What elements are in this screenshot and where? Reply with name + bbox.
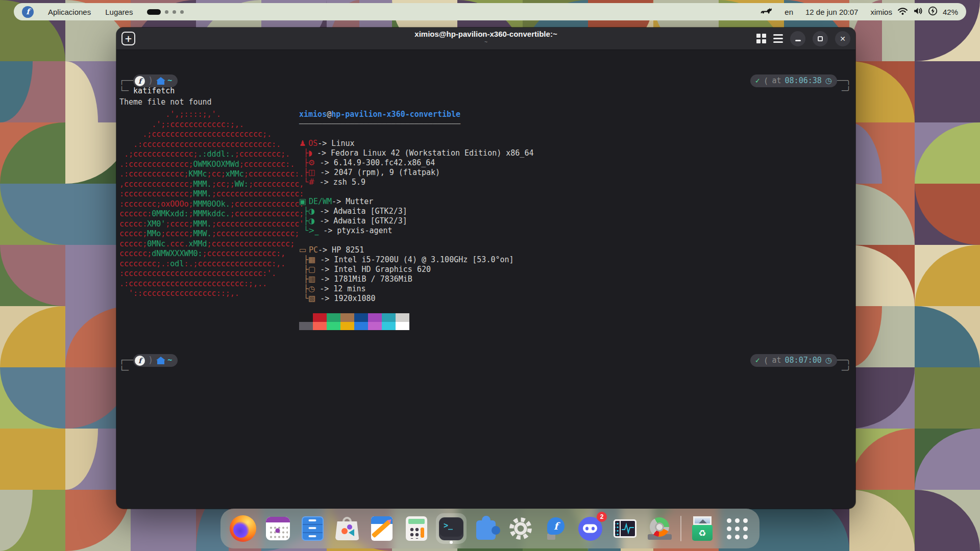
wallpaper-tile: [915, 61, 980, 122]
wallpaper-tile: [849, 61, 915, 122]
battery-percentage: 42%: [943, 8, 958, 16]
fetch-info-line: [299, 304, 533, 313]
palette-swatch: [396, 322, 409, 331]
ascii-art-line: .:ccccccccccccccccccccccccc:;,..: [119, 279, 304, 289]
dock-item-text-editor[interactable]: [366, 513, 397, 544]
palette-swatch: [368, 313, 382, 322]
cat-tray-icon[interactable]: [760, 7, 772, 17]
dock-item-extensions[interactable]: [471, 513, 501, 544]
prompt-input-line[interactable]: └─ ─╯: [119, 366, 851, 375]
terminal-content[interactable]: ┌── f ) ~ ✓ ( at 08:06:38 ◷ ──╮ └─: [116, 50, 855, 508]
ascii-art-line: ccccc:XM0';cccc;MMM.;cccccccccccccccccc': [119, 219, 304, 230]
palette-swatch: [368, 322, 382, 331]
wallpaper-tile: [0, 245, 65, 306]
fetch-info-line: [299, 129, 533, 139]
volume-icon: [913, 7, 923, 17]
fedora-logo-icon[interactable]: f: [22, 6, 34, 18]
applications-menu[interactable]: Aplicaciones: [48, 8, 91, 16]
text-editor-icon: [371, 516, 393, 541]
fedora-prompt-icon: f: [135, 356, 145, 366]
wallpaper-tile: [915, 245, 980, 306]
ascii-art-line: .',;::::;,'.: [119, 110, 304, 120]
minimize-button[interactable]: [790, 31, 805, 46]
palette-swatch: [354, 313, 368, 322]
software-icon: [335, 517, 359, 540]
firefox-icon: [230, 515, 256, 542]
dock-item-settings[interactable]: [505, 513, 536, 544]
workspace-dot[interactable]: [180, 10, 184, 14]
dock-item-media-writer[interactable]: f: [540, 513, 571, 544]
fetch-info-line: ├⚙ -> 6.14.9-300.fc42.x86_64: [299, 158, 533, 168]
close-button[interactable]: ✕: [835, 31, 850, 46]
home-icon: [157, 81, 164, 85]
fetch-info-line: └# -> zsh 5.9: [299, 178, 533, 187]
places-menu[interactable]: Lugares: [105, 8, 133, 16]
palette-swatch: [299, 313, 313, 322]
dock-item-firefox[interactable]: [228, 513, 258, 544]
username-label: ximios: [870, 8, 892, 16]
fetch-info: ximios@hp-pavilion-x360-convertible─────…: [299, 110, 533, 330]
wallpaper-tile: [915, 306, 980, 367]
ascii-art-line: ,cccccccccccccc;MMM.;cc;;WW:;cccccccccc,: [119, 180, 304, 190]
wallpaper-tile: [849, 122, 915, 184]
terminal-icon: >_: [439, 517, 463, 540]
window-titlebar[interactable]: + ximios@hp-pavilion-x360-convertible:~ …: [116, 28, 855, 50]
status-check-icon: ✓: [755, 76, 760, 86]
dock-item-trash[interactable]: ♻: [687, 513, 718, 544]
dock-item-software[interactable]: [332, 513, 362, 544]
wallpaper-tile: [849, 245, 915, 306]
media-writer-icon: f: [543, 516, 568, 541]
dock-item-disks[interactable]: [644, 513, 675, 544]
dock-item-system-monitor[interactable]: [609, 513, 640, 544]
time-label: at: [772, 356, 781, 365]
ascii-art-line: .:cccccccccccccccccccccccccccc:.: [119, 140, 304, 150]
ascii-art-line: .:cccccccccccc;KMMc;cc;xMMc;cccccccccc:.: [119, 169, 304, 180]
command-line: └─ katifetch ─╯: [119, 86, 851, 96]
trash-icon: ♻: [692, 516, 713, 541]
fetch-info-line: └>_ -> ptyxis-agent: [299, 226, 533, 236]
fetch-info-line: ├◗ -> Fedora Linux 42 (Workstation Editi…: [299, 148, 533, 158]
new-tab-button[interactable]: +: [121, 32, 135, 45]
ascii-art-line: .';:cccccccccccc:;,.: [119, 120, 304, 130]
palette-swatch: [396, 313, 409, 322]
battery-charging-icon: [928, 6, 938, 17]
dock-item-app-grid[interactable]: [722, 513, 752, 544]
dock-item-files[interactable]: [297, 513, 328, 544]
wallpaper-tile: [915, 367, 980, 429]
menu-button[interactable]: [773, 34, 783, 43]
calculator-icon: [406, 516, 427, 541]
dock-item-calculator[interactable]: [401, 513, 432, 544]
dock-item-calendar[interactable]: [262, 513, 293, 544]
workspace-active-pill[interactable]: [147, 9, 161, 15]
wallpaper-tile: [0, 490, 65, 551]
tab-overview-button[interactable]: [756, 34, 766, 43]
palette-swatch: [340, 322, 354, 331]
palette-swatch: [327, 322, 340, 331]
prompt-time: 08:07:00: [785, 356, 822, 365]
app-grid-icon: [727, 518, 748, 539]
dock-item-discord[interactable]: 2: [575, 513, 605, 544]
prompt-path-pill: f ) ~: [133, 354, 178, 367]
workspace-dot[interactable]: [165, 10, 168, 14]
calendar-icon: [266, 517, 290, 540]
dock-separator: [680, 516, 681, 541]
dock-item-terminal[interactable]: >_: [436, 513, 467, 544]
workspace-indicator[interactable]: [147, 9, 184, 15]
ascii-art-line: .;cccccccccccccccccccccccc;.: [119, 130, 304, 140]
disks-icon: [648, 517, 672, 540]
terminal-color-palette-row-2: [299, 322, 533, 331]
terminal-window: + ximios@hp-pavilion-x360-convertible:~ …: [116, 28, 855, 509]
prompt-line: ┌── f ) ~ ✓ ( at 08:07:00 ◷ ──╮: [119, 354, 851, 367]
keyboard-layout-indicator[interactable]: en: [785, 8, 793, 16]
maximize-button[interactable]: [813, 31, 828, 46]
clock[interactable]: 12 de jun 20:07: [805, 8, 858, 16]
wallpaper-tile: [915, 122, 980, 184]
system-status-area[interactable]: ximios 42%: [870, 6, 958, 17]
dock: >_f2♻: [220, 509, 760, 548]
workspace-dot[interactable]: [173, 10, 176, 14]
fetch-info-line: ├◫ -> 2047 (rpm), 9 (flatpak): [299, 168, 533, 178]
prompt-status-pill: ✓ ( at 08:06:38 ◷: [750, 74, 837, 87]
ascii-art-line: :ccccccc;oxOOOo;MMM0OOk.;cccccccccccccc:: [119, 199, 304, 210]
prompt-time: 08:06:38: [785, 76, 822, 86]
cwd-label: ~: [167, 76, 172, 86]
